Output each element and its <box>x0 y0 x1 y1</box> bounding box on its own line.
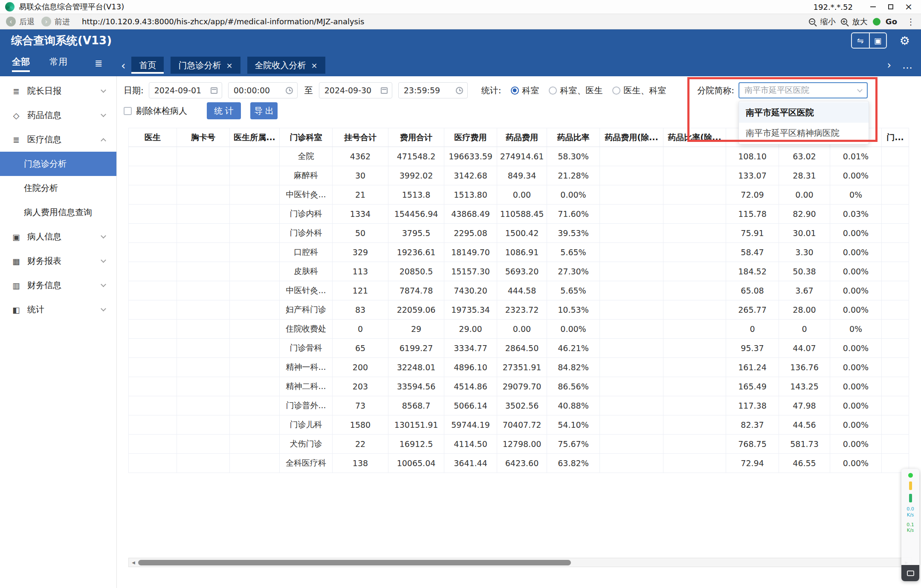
branch-filter-group: 分院简称: 南平市延平区医院 <box>697 82 868 98</box>
table-cell <box>663 320 726 339</box>
export-button[interactable]: 导 出 <box>250 102 278 119</box>
table-cell: 0.00% <box>830 377 882 396</box>
table-cell: 0.03% <box>830 205 882 224</box>
branch-select[interactable]: 南平市延平区医院 <box>739 82 868 98</box>
table-cell <box>600 396 663 415</box>
sidebar-collapse-icon[interactable]: ≣ <box>95 58 102 72</box>
sidebar-item-statistics[interactable]: ◧ 统计 <box>0 297 116 322</box>
table-cell: 0.00% <box>830 339 882 358</box>
tab-scroll-left-icon[interactable]: ‹ <box>117 59 131 76</box>
end-date-input[interactable]: 2024-09-30 <box>319 82 392 98</box>
go-button[interactable]: Go <box>886 17 897 26</box>
maximize-button[interactable] <box>883 1 898 12</box>
tab-close-icon[interactable]: × <box>311 61 318 70</box>
table-cell: 121 <box>333 281 388 300</box>
sidebar-item-medical-info[interactable]: ≣ 医疗信息 <box>0 127 116 152</box>
tab-close-icon[interactable]: × <box>226 61 232 70</box>
group-tab-all[interactable]: 全部 <box>12 56 30 72</box>
forward-icon[interactable]: › <box>41 17 51 26</box>
table-cell: 0.00% <box>547 185 600 205</box>
sidebar-item-daily-report[interactable]: ≣ 院长日报 <box>0 79 116 103</box>
sidebar-item-patient-info[interactable]: ▣ 病人信息 <box>0 225 116 249</box>
tab-home[interactable]: 首页 <box>131 57 164 74</box>
end-time-input[interactable]: 23:59:59 <box>398 82 468 98</box>
table-cell: 75.91 <box>726 224 779 243</box>
sidebar-item-outpatient-analysis[interactable]: 门急诊分析 <box>0 152 116 176</box>
sidebar-item-finance-report[interactable]: ▦ 财务报表 <box>0 249 116 273</box>
table-cell <box>882 300 909 320</box>
zoom-in-button[interactable]: 放大 <box>852 17 868 27</box>
table-cell: 1580 <box>333 415 388 435</box>
column-header: 门... <box>882 128 909 147</box>
dropdown-option-yanping-hospital[interactable]: 南平市延平区医院 <box>739 102 869 123</box>
theme-switch-icon[interactable]: ⇋ <box>852 33 869 48</box>
group-tab-common[interactable]: 常用 <box>49 56 67 72</box>
start-time-input[interactable]: 00:00:00 <box>228 82 298 98</box>
table-cell: 3334.77 <box>444 339 497 358</box>
go-status-icon <box>873 18 880 26</box>
zoom-out-button[interactable]: 缩小 <box>820 17 836 27</box>
table-cell: 29.00 <box>444 320 497 339</box>
zoom-out-icon[interactable]: − <box>809 18 815 25</box>
nav-menu-icon[interactable]: ⋮ <box>907 17 915 27</box>
dropdown-option-psychiatric-hospital[interactable]: 南平市延平区精神病医院 <box>739 123 869 143</box>
table-cell: 妇产科门诊 <box>280 300 333 320</box>
table-cell <box>600 166 663 185</box>
table-cell: 28.00 <box>779 300 830 320</box>
exclude-checkup-checkbox[interactable] <box>124 107 132 115</box>
table-cell <box>600 147 663 166</box>
table-row: 中医针灸...1217874.787430.20444.585.65%65.08… <box>129 281 909 300</box>
tab-more-icon[interactable]: … <box>902 59 912 71</box>
tab-outpatient-analysis[interactable]: 门急诊分析 × <box>171 57 240 74</box>
horizontal-scrollbar[interactable]: ◂ ▸ <box>128 558 912 567</box>
calendar-icon <box>211 87 217 94</box>
radio-department-doctor[interactable]: 科室、医生 <box>549 85 603 96</box>
chevron-down-icon <box>101 112 106 117</box>
close-button[interactable]: × <box>901 1 916 12</box>
sidebar-item-drug-info[interactable]: ◇ 药品信息 <box>0 103 116 127</box>
navbar-right: − 缩小 + 放大 Go ⋮ <box>809 17 915 27</box>
table-cell <box>600 454 663 473</box>
scroll-left-icon[interactable]: ◂ <box>129 559 138 566</box>
table-cell: 门诊骨科 <box>280 339 333 358</box>
settings-gear-icon[interactable]: ⚙ <box>900 34 910 47</box>
layout-switch-icon[interactable]: ▣ <box>869 33 886 48</box>
minimize-button[interactable] <box>866 1 880 12</box>
table-cell: 4896.10 <box>444 358 497 377</box>
table-cell: 203 <box>333 377 388 396</box>
statistics-button[interactable]: 统 计 <box>207 102 241 119</box>
sidebar-item-inpatient-analysis[interactable]: 住院分析 <box>0 176 116 200</box>
table-cell: 82.90 <box>779 205 830 224</box>
screenshot-camera-button[interactable] <box>901 565 919 581</box>
table-cell: 59744.19 <box>444 415 497 435</box>
table-cell <box>230 435 280 454</box>
table-cell <box>600 435 663 454</box>
table-cell: 2323.72 <box>497 300 547 320</box>
scrollbar-track[interactable] <box>138 558 902 567</box>
back-icon[interactable]: ‹ <box>6 17 16 26</box>
forward-button[interactable]: 前进 <box>55 17 70 27</box>
table-cell: 75.67% <box>547 435 600 454</box>
scrollbar-thumb[interactable] <box>138 560 571 565</box>
table-cell: 110588.45 <box>497 205 547 224</box>
zoom-in-icon[interactable]: + <box>841 18 847 25</box>
radio-doctor-department[interactable]: 医生、科室 <box>612 85 666 96</box>
table-cell <box>177 396 230 415</box>
sidebar-item-patient-cost-query[interactable]: 病人费用信息查询 <box>0 200 116 225</box>
table-cell <box>129 281 177 300</box>
tab-hospital-income-analysis[interactable]: 全院收入分析 × <box>247 57 325 74</box>
radio-label: 科室、医生 <box>560 85 603 96</box>
sidebar-item-finance-info[interactable]: ▥ 财务信息 <box>0 273 116 297</box>
table-cell <box>230 147 280 166</box>
table-cell: 3992.02 <box>388 166 444 185</box>
radio-by-department[interactable]: 科室 <box>511 85 539 96</box>
url-field[interactable]: http://10.120.9.43:8000/his-zhcx/app/#/m… <box>82 17 364 26</box>
start-date-input[interactable]: 2024-09-01 <box>149 82 222 98</box>
network-monitor-widget[interactable]: 0.0 K/s 0.1 K/s <box>901 469 919 581</box>
column-header: 胸卡号 <box>177 128 230 147</box>
tab-scroll-right-icon[interactable]: › <box>887 59 891 71</box>
ip-address: 192.*.*.52 <box>814 3 853 12</box>
back-button[interactable]: 后退 <box>19 17 35 27</box>
sidebar-subitem-label: 门急诊分析 <box>24 158 67 170</box>
table-cell: 196633.59 <box>444 147 497 166</box>
